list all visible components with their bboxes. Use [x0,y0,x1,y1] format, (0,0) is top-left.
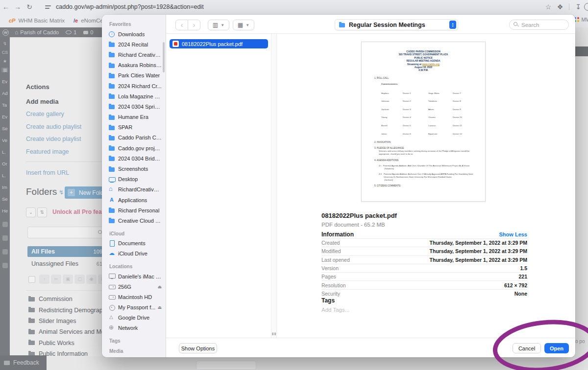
address-bar[interactable]: caddo.gov/wp-admin/post.php?post=1928&ac… [56,3,204,10]
wp-menu-label[interactable]: Se [2,126,10,131]
sidebar-item[interactable]: iCloud Drive ⏏ [108,249,166,259]
wp-dashboard-icon[interactable]: ↯ [1,41,8,46]
wp-pin-icon[interactable]: ★ [1,59,8,64]
insert-from-url-link[interactable]: Insert from URL [26,169,69,176]
wp-folder-search-input[interactable] [27,227,109,238]
wp-menu-label[interactable]: Ad [2,91,10,96]
sidebar-item[interactable]: SPAR ⏏ [108,122,166,133]
show-less-link[interactable]: Show Less [499,231,527,237]
sidebar-item[interactable]: Network ⏏ [108,323,166,333]
sort-button[interactable]: ⇅ [37,208,47,217]
collapse-button[interactable]: ⌄ [26,208,36,217]
sidebar-item[interactable]: Asakura Robinson ⏏ [108,60,166,70]
group-view-button[interactable]: ▦▼ [233,20,254,30]
file-row[interactable]: 08182022Plus packet.pdf [170,39,268,48]
sidebar-item[interactable]: Richard Personal ⏏ [108,205,166,215]
wp-menu-icon[interactable] [2,249,8,254]
bookmark-whm[interactable]: cP WHM Basic Matrix [9,18,65,23]
sidebar-item[interactable]: Caddo.gov project ⏏ [108,143,166,153]
sidebar-scrollbar[interactable] [163,42,165,72]
downloads-icon[interactable]: ↧ [572,3,584,11]
wp-folder-row[interactable]: Commission 87 [28,294,111,304]
sidebar-item[interactable]: 2024 Richard Cr... ⏏ [108,81,166,91]
sidebar-item[interactable]: Music ⏏ [108,356,166,357]
sidebar-item[interactable]: 2024 0304 Bridg... ⏏ [108,153,166,163]
sidebar-item[interactable]: Applications ⏏ [108,195,166,205]
wp-menu-icon[interactable] [2,263,8,268]
unassigned-files-item[interactable]: Unassigned Files 610 [27,259,109,269]
cancel-button[interactable]: Cancel [513,343,541,353]
pane-resize-handle[interactable]: ▮▮ [271,332,277,336]
wp-folder-row[interactable]: Redistricting Demographi 20 [28,304,111,315]
sidebar-item[interactable]: Caddo Parish Co... ⏏ [108,133,166,143]
sidebar-item[interactable]: Lola Magazine G... ⏏ [108,91,166,101]
sidebar-item[interactable]: Creative Cloud Fi... ⏏ [108,215,166,226]
back-button[interactable]: ‹ [175,20,188,30]
wp-site-name[interactable]: Parish of Caddo [20,29,59,35]
forward-button[interactable]: › [188,20,200,30]
wp-action-link[interactable]: Create gallery [26,111,64,117]
sidebar-item[interactable]: My Passport f... ⏏ [108,302,166,313]
sidebar-item[interactable]: Documents ⏏ [108,238,166,249]
wp-menu-label[interactable]: L. [2,173,10,178]
search-input[interactable]: Search [509,20,569,30]
wp-menu-label[interactable]: Ta [2,102,10,108]
add-media-label[interactable]: Add media [26,98,58,105]
sidebar-item[interactable]: Humane Era ⏏ [108,112,166,122]
wp-action-link[interactable]: Create video playlist [26,136,81,142]
sidebar-item[interactable]: 2024 0304 Sprin... ⏏ [108,101,166,112]
select-all-checkbox[interactable] [28,276,35,283]
pane-scrollbar-track[interactable] [271,34,277,338]
profile-avatar[interactable] [584,3,588,11]
wp-menu-label[interactable]: Ev [2,79,10,84]
reload-icon[interactable]: ↻ [24,3,35,11]
forward-icon[interactable]: → [12,3,24,11]
eject-icon[interactable]: ⏏ [157,284,162,289]
wp-menu-label[interactable]: Ve [2,138,10,143]
wp-menu-label[interactable]: Se [2,196,10,202]
wp-menu-icon[interactable] [2,222,8,227]
cut-icon[interactable]: ✂ [51,275,61,284]
wp-calendar-icon[interactable]: ▦ [1,68,8,72]
show-options-button[interactable]: Show Options [179,343,217,353]
wp-action-link[interactable]: Featured image [26,148,69,155]
open-button[interactable]: Open [544,343,569,353]
sidebar-item[interactable]: Google Drive ⏏ [108,313,166,323]
wp-cs-icon[interactable]: CS [1,50,8,55]
sidebar-item[interactable]: 256G ⏏ [108,281,166,292]
sidebar-item[interactable]: Park Cities Water ⏏ [108,70,166,81]
lock-icon[interactable]: ◉ [86,275,97,284]
wp-menu-label[interactable]: L. [2,149,10,155]
sidebar-item[interactable]: 2024 Recital ⏏ [108,39,166,49]
sidebar-item[interactable]: Danielle's iMac (2) ⏏ [108,271,166,281]
wp-feedback-item[interactable]: Feedback [0,355,47,370]
wp-folder-row[interactable]: Public Works 59 [28,338,111,348]
eject-icon[interactable]: ⏏ [157,305,162,310]
wordpress-logo-icon[interactable]: W [2,29,9,36]
add-tags-field[interactable]: Add Tags... [321,307,349,313]
wp-menu-label[interactable]: Im [2,185,10,190]
sidebar-item[interactable]: Richard Creative... ⏏ [108,49,166,60]
sidebar-item[interactable]: Downloads ⏏ [108,29,166,39]
upload-icon[interactable]: ↑ [39,275,49,284]
back-icon[interactable]: ← [0,3,12,11]
location-dropdown[interactable]: Regular Session Meetings ▲▼ [335,19,458,30]
wp-menu-label[interactable]: Ev [2,114,10,119]
bookmark-star-icon[interactable]: ☆ [542,3,554,11]
sidebar-item[interactable]: RichardCreativeL... ⏏ [108,185,166,195]
wp-menu-label[interactable]: He [2,208,10,213]
column-view-button[interactable]: ▥▼ [208,20,229,30]
wp-menu-icon[interactable] [2,235,8,241]
wp-folder-row[interactable]: Slider Images 27 [28,316,111,326]
bookmark-mw[interactable]: MW [574,17,588,23]
site-info-icon[interactable] [45,4,52,10]
sidebar-item[interactable]: Desktop ⏏ [108,174,166,185]
all-files-item[interactable]: All Files 1092 [27,246,109,257]
wp-folder-row[interactable]: Animal Services and Mos 35 [28,326,111,337]
copy-icon[interactable]: ▣ [63,275,73,284]
sidebar-item[interactable]: Screenshots ⏏ [108,163,166,174]
extensions-icon[interactable]: ❖ [554,3,566,11]
sidebar-item[interactable]: Macintosh HD ⏏ [108,292,166,302]
wp-menu-label[interactable]: Or [2,161,10,166]
pdf-preview-thumbnail[interactable]: CADDO PARISH COMMISSION505 TRAVIS STREET… [361,42,486,202]
